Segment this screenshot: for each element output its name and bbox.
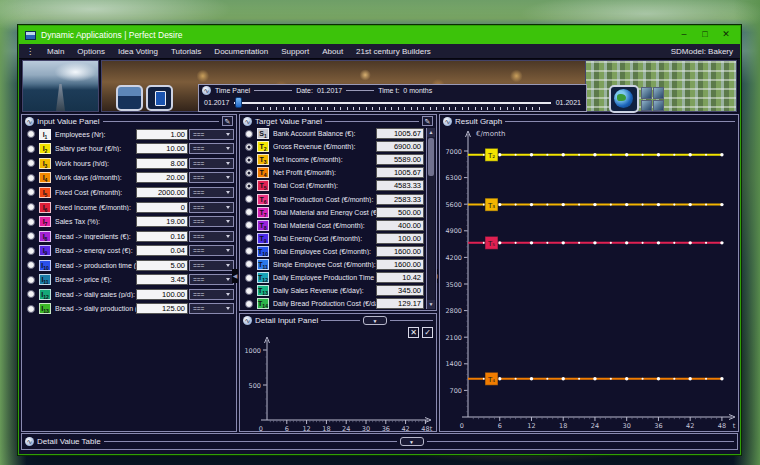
radio-button[interactable]: [27, 159, 35, 167]
value-field[interactable]: 129.17: [376, 298, 424, 309]
unit-dropdown[interactable]: ===: [189, 187, 234, 198]
world-button[interactable]: [609, 85, 639, 113]
radio-button[interactable]: [245, 195, 253, 203]
radio-button[interactable]: [27, 276, 35, 284]
minimize-button[interactable]: –: [676, 29, 692, 41]
thumbnail-images[interactable]: [641, 87, 664, 111]
radio-button[interactable]: [245, 169, 253, 177]
collapse-button[interactable]: ▼: [400, 437, 424, 446]
unit-dropdown[interactable]: ===: [189, 216, 234, 227]
value-field[interactable]: 5589.00: [376, 154, 424, 165]
time-slider-track[interactable]: [234, 97, 550, 107]
radio-button[interactable]: [245, 208, 253, 216]
radio-button[interactable]: [245, 143, 253, 151]
unit-dropdown[interactable]: ===: [189, 143, 234, 154]
unit-dropdown[interactable]: ===: [189, 289, 234, 300]
radio-button[interactable]: [245, 260, 253, 268]
radio-button[interactable]: [27, 174, 35, 182]
menu-overflow-icon[interactable]: ⋮: [26, 47, 34, 56]
radio-button[interactable]: [27, 305, 35, 313]
radio-button[interactable]: [27, 188, 35, 196]
series-label-box[interactable]: T₂: [485, 148, 498, 161]
value-field[interactable]: 10.42: [376, 272, 424, 283]
radio-button[interactable]: [27, 232, 35, 240]
value-field[interactable]: 5.00: [136, 260, 188, 271]
scrollbar-thumb[interactable]: [428, 138, 434, 176]
variable-label: Bread -> daily production (p/d):: [55, 305, 136, 312]
value-field[interactable]: 100.00: [376, 233, 424, 244]
menu-item-main[interactable]: Main: [47, 47, 64, 56]
unit-dropdown[interactable]: ===: [189, 260, 234, 271]
radio-button[interactable]: [27, 145, 35, 153]
radio-button[interactable]: [27, 130, 35, 138]
value-field[interactable]: 6900.00: [376, 141, 424, 152]
radio-button[interactable]: [245, 221, 253, 229]
menu-item-about[interactable]: About: [322, 47, 343, 56]
series-label-box[interactable]: T₅: [485, 236, 498, 249]
unit-dropdown[interactable]: ===: [189, 172, 234, 183]
radio-button[interactable]: [27, 247, 35, 255]
value-field[interactable]: 2000.00: [136, 187, 188, 198]
value-field[interactable]: 1005.67: [376, 128, 424, 139]
close-button[interactable]: ✕: [718, 29, 734, 41]
radio-button[interactable]: [27, 261, 35, 269]
value-field[interactable]: 1600.00: [376, 259, 424, 270]
value-field[interactable]: 1.00: [136, 129, 188, 140]
series-label-box[interactable]: T₄: [485, 372, 498, 385]
radio-button[interactable]: [245, 156, 253, 164]
value-field[interactable]: 1600.00: [376, 246, 424, 257]
unit-dropdown[interactable]: ===: [189, 303, 234, 314]
radio-button[interactable]: [245, 287, 253, 295]
value-field[interactable]: 0: [136, 202, 188, 213]
radio-button[interactable]: [245, 182, 253, 190]
scroll-down-icon[interactable]: ▼: [427, 300, 435, 309]
value-field[interactable]: 400.00: [376, 220, 424, 231]
unit-dropdown[interactable]: ===: [189, 245, 234, 256]
target-scrollbar[interactable]: ▲ ▼: [426, 128, 435, 309]
value-field[interactable]: 1005.67: [376, 167, 424, 178]
value-field[interactable]: 10.00: [136, 143, 188, 154]
scenario-image-button[interactable]: [116, 85, 143, 111]
value-field[interactable]: 345.00: [376, 285, 424, 296]
collapse-button[interactable]: ▼: [363, 316, 387, 325]
radio-button[interactable]: [27, 203, 35, 211]
maximize-button[interactable]: □: [697, 29, 713, 41]
time-slider-thumb[interactable]: [235, 97, 242, 108]
radio-button[interactable]: [27, 290, 35, 298]
unit-dropdown[interactable]: ===: [189, 274, 234, 285]
radio-button[interactable]: [245, 130, 253, 138]
exit-door-button[interactable]: [146, 85, 173, 111]
edit-pencil-icon[interactable]: ✎: [422, 116, 433, 126]
value-field[interactable]: 0.04: [136, 245, 188, 256]
edit-pencil-icon[interactable]: ✎: [222, 116, 233, 126]
menu-item-options[interactable]: Options: [77, 47, 105, 56]
radio-button[interactable]: [245, 247, 253, 255]
menu-item-tutorials[interactable]: Tutorials: [171, 47, 201, 56]
value-field[interactable]: 500.00: [376, 207, 424, 218]
unit-dropdown[interactable]: ===: [189, 158, 234, 169]
radio-button[interactable]: [245, 234, 253, 242]
radio-button[interactable]: [27, 218, 35, 226]
unit-dropdown[interactable]: ===: [189, 202, 234, 213]
value-field[interactable]: 100.00: [136, 289, 188, 300]
splitter-collapse-icon[interactable]: ◀: [232, 269, 238, 283]
value-field[interactable]: 4583.33: [376, 180, 424, 191]
value-field[interactable]: 2583.33: [376, 194, 424, 205]
value-field[interactable]: 3.45: [136, 274, 188, 285]
value-field[interactable]: 8.00: [136, 158, 188, 169]
value-field[interactable]: 125.00: [136, 303, 188, 314]
radio-button[interactable]: [245, 274, 253, 282]
chevron-down-icon: [226, 293, 230, 296]
menu-item-idea-voting[interactable]: Idea Voting: [118, 47, 158, 56]
value-field[interactable]: 19.00: [136, 216, 188, 227]
value-field[interactable]: 20.00: [136, 172, 188, 183]
scroll-up-icon[interactable]: ▲: [427, 128, 435, 137]
menu-item-documentation[interactable]: Documentation: [214, 47, 268, 56]
menu-item-support[interactable]: Support: [281, 47, 309, 56]
unit-dropdown[interactable]: ===: [189, 129, 234, 140]
series-label-box[interactable]: T₃: [485, 198, 498, 211]
menu-item-21st-century-builders[interactable]: 21st century Builders: [356, 47, 431, 56]
value-field[interactable]: 0.16: [136, 231, 188, 242]
unit-dropdown[interactable]: ===: [189, 231, 234, 242]
radio-button[interactable]: [245, 300, 253, 308]
